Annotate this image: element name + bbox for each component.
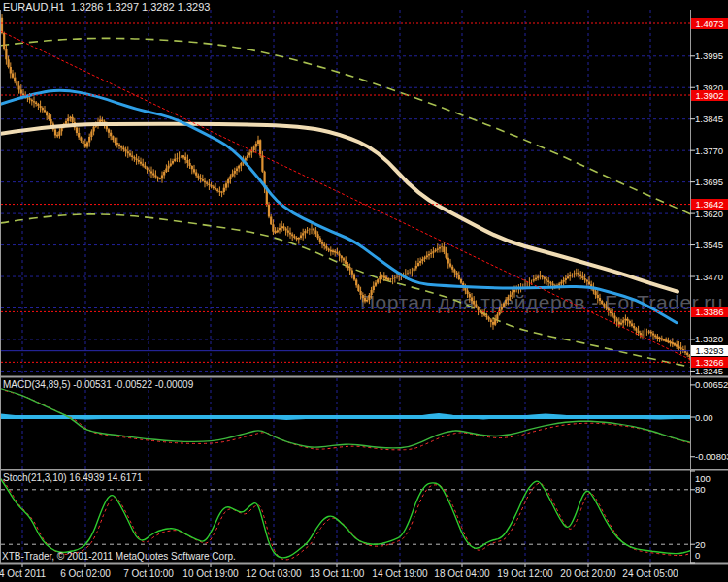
macd-indicator-label: MACD(34,89,5) -0.00531 -0.00522 -0.00009 [3,379,193,390]
stoch-panel[interactable] [0,471,698,562]
trading-terminal-chart[interactable]: Портал для трейдеров - ForTrader.ru 1.39… [0,0,728,582]
stoch-d-line [3,480,698,560]
platform-copyright: XTB-Trader, © 2001-2011 MetaQuotes Softw… [2,551,236,562]
slow-ma-line [0,124,678,292]
macd-panel[interactable] [0,378,696,469]
main-chart-panel[interactable] [0,10,697,375]
symbol-ohlc-title: EURAUD,H1 1.3286 1.3297 1.3282 1.3293 [3,1,210,13]
envelope-upper-line [0,38,691,214]
macd-signal-line [5,391,696,450]
chart-canvas[interactable] [0,0,728,582]
stochastic-indicator-label: Stoch(21,3,10) 16.4939 14.6171 [3,472,142,483]
